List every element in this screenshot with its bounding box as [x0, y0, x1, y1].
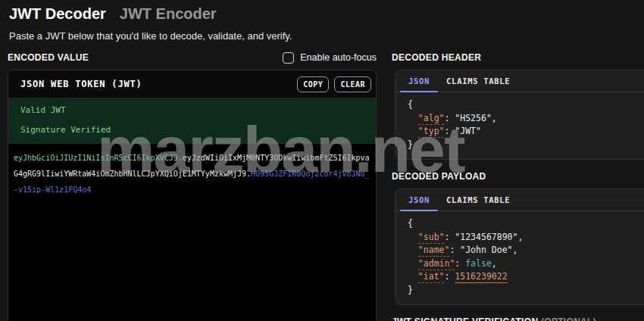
page-subtitle: Paste a JWT below that you'd like to dec…	[9, 30, 644, 42]
json-key: "admin"	[418, 258, 455, 270]
decoded-header-card: JSONCLAIMS TABLE { "alg": "HS256", "typ"…	[395, 70, 644, 160]
encoded-value-label: ENCODED VALUE	[8, 52, 89, 63]
tab-jwt-decoder[interactable]: JWT Decoder	[9, 5, 106, 23]
decoded-payload-card: JSONCLAIMS TABLE { "sub": "1234567890", …	[395, 189, 644, 305]
json-string-value: "1234567890"	[455, 232, 517, 242]
decoded-column: DECODED HEADER JSONCLAIMS TABLE { "alg":…	[392, 51, 644, 321]
decoded-header-label-row: DECODED HEADER	[392, 51, 644, 64]
autofocus-label: Enable auto-focus	[300, 52, 377, 63]
json-key: "sub"	[418, 232, 445, 244]
json-key: "typ"	[418, 126, 445, 138]
autofocus-checkbox[interactable]	[283, 52, 294, 64]
tab-claims-table[interactable]: CLAIMS TABLE	[438, 189, 518, 210]
status-signature-verified: Signature Verified	[20, 125, 364, 135]
tab-claims-table[interactable]: CLAIMS TABLE	[438, 70, 518, 92]
token-card-title: JSON WEB TOKEN (JWT)	[20, 79, 142, 89]
decoded-payload-label: DECODED PAYLOAD	[392, 171, 486, 182]
decoded-header-tabs: JSONCLAIMS TABLE	[395, 70, 644, 92]
encoded-label-row: ENCODED VALUE Enable auto-focus	[8, 51, 377, 64]
json-boolean-value: false	[465, 258, 492, 269]
json-string-value: "HS256"	[455, 113, 491, 123]
jwt-token-input[interactable]: eyJhbGciOiJIUzI1NiIsInR5cCI6IkpXVCJ9.eyJ…	[8, 144, 376, 321]
decoded-payload-tabs: JSONCLAIMS TABLE	[395, 189, 644, 211]
json-key: "name"	[418, 245, 450, 257]
copy-button[interactable]: COPY	[297, 76, 329, 92]
tab-jwt-encoder[interactable]: JWT Encoder	[120, 5, 217, 23]
json-string-value: "John Doe"	[460, 245, 512, 255]
decoded-payload-json: { "sub": "1234567890", "name": "John Doe…	[395, 211, 644, 304]
page-title-tabs: JWT Decoder JWT Encoder	[0, 0, 644, 23]
main-columns: ENCODED VALUE Enable auto-focus JSON WEB…	[0, 51, 644, 321]
signature-verification-label: JWT SIGNATURE VERIFICATION (OPTIONAL)	[392, 316, 596, 321]
tab-json[interactable]: JSON	[400, 189, 438, 210]
json-key: "iat"	[418, 271, 445, 283]
clear-button[interactable]: CLEAR	[334, 76, 371, 92]
json-key: "alg"	[418, 113, 445, 125]
jwt-token-card: JSON WEB TOKEN (JWT) COPY CLEAR Valid JW…	[8, 70, 377, 321]
token-header-segment: eyJhbGciOiJIUzI1NiIsInR5cCI6IkpXVCJ9	[14, 154, 178, 162]
token-card-header: JSON WEB TOKEN (JWT) COPY CLEAR	[8, 70, 376, 98]
json-string-value: "JWT"	[455, 126, 481, 136]
signature-verification-label-row: JWT SIGNATURE VERIFICATION (OPTIONAL)	[392, 316, 644, 321]
jwt-decoder-page: JWT Decoder JWT Encoder Paste a JWT belo…	[0, 0, 644, 321]
token-card-actions: COPY CLEAR	[297, 76, 371, 92]
signature-verification-title: JWT SIGNATURE VERIFICATION	[392, 316, 538, 321]
decoded-header-label: DECODED HEADER	[392, 52, 481, 63]
encoded-column: ENCODED VALUE Enable auto-focus JSON WEB…	[8, 51, 377, 321]
token-status-banner: Valid JWT Signature Verified	[8, 98, 376, 144]
autofocus-group: Enable auto-focus	[283, 52, 377, 64]
status-valid-jwt: Valid JWT	[20, 105, 364, 115]
decoded-payload-label-row: DECODED PAYLOAD	[392, 170, 644, 182]
tab-json[interactable]: JSON	[400, 70, 438, 92]
json-number-value: 1516239022	[455, 271, 507, 283]
decoded-header-json: { "alg": "HS256", "typ": "JWT" }	[395, 92, 644, 159]
